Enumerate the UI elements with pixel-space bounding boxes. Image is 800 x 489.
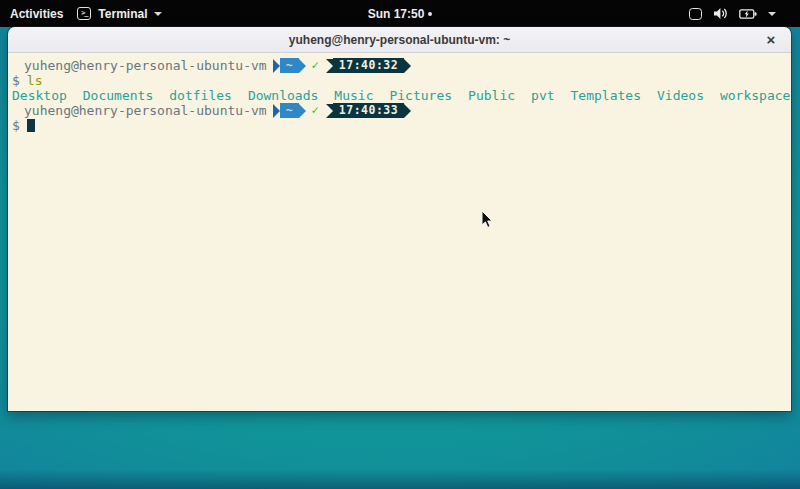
directory-name: Desktop bbox=[12, 88, 67, 103]
directory-name: Templates bbox=[571, 88, 641, 103]
clock-label: Sun 17:50 bbox=[368, 7, 425, 21]
chevron-down-icon bbox=[768, 12, 776, 16]
powerline-arrow-icon bbox=[326, 104, 333, 118]
status-check-icon: ✓ bbox=[312, 58, 319, 73]
activities-button[interactable]: Activities bbox=[10, 7, 63, 21]
time-segment: 17:40:32 bbox=[333, 58, 404, 73]
app-menu-label: Terminal bbox=[98, 7, 147, 21]
time-segment: 17:40:33 bbox=[333, 103, 404, 118]
command-line: $ls bbox=[10, 73, 789, 88]
system-status-area[interactable] bbox=[689, 7, 800, 20]
display-icon bbox=[689, 8, 702, 20]
cwd-segment: ~ bbox=[280, 58, 299, 73]
title-bar[interactable]: yuheng@henry-personal-ubuntu-vm: ~ × bbox=[8, 27, 791, 53]
mouse-cursor bbox=[481, 210, 494, 229]
ls-output-line: DesktopDocumentsdotfilesDownloadsMusicPi… bbox=[10, 88, 789, 103]
prompt-symbol: $ bbox=[12, 118, 20, 133]
terminal-content[interactable]: yuheng@henry-personal-ubuntu-vm ~ ✓ 17:4… bbox=[8, 53, 791, 411]
status-check-icon: ✓ bbox=[312, 103, 319, 118]
directory-name: dotfiles bbox=[169, 88, 232, 103]
powerline-arrow-icon bbox=[273, 59, 280, 73]
command-line-active[interactable]: $ bbox=[10, 118, 789, 133]
app-menu-button[interactable]: >_ Terminal bbox=[77, 7, 162, 21]
powerline-arrow-icon bbox=[404, 104, 411, 118]
directory-name: Pictures bbox=[389, 88, 452, 103]
directory-name: Music bbox=[334, 88, 373, 103]
battery-charging-icon bbox=[739, 8, 757, 20]
directory-name: pvt bbox=[531, 88, 554, 103]
user-host-label: yuheng@henry-personal-ubuntu-vm bbox=[24, 103, 267, 118]
directory-name: Downloads bbox=[248, 88, 318, 103]
notification-dot-icon bbox=[428, 12, 432, 16]
window-title: yuheng@henry-personal-ubuntu-vm: ~ bbox=[289, 33, 510, 47]
top-bar-left: Activities >_ Terminal bbox=[0, 7, 689, 21]
user-host-label: yuheng@henry-personal-ubuntu-vm bbox=[24, 58, 267, 73]
terminal-icon: >_ bbox=[77, 7, 91, 20]
prompt-line: yuheng@henry-personal-ubuntu-vm ~ ✓ 17:4… bbox=[10, 58, 789, 73]
directory-name: workspace bbox=[720, 88, 790, 103]
desktop: Activities >_ Terminal Sun 17:50 bbox=[0, 0, 800, 489]
powerline-arrow-icon bbox=[273, 104, 280, 118]
directory-name: Videos bbox=[657, 88, 704, 103]
text-cursor bbox=[27, 119, 35, 132]
powerline-arrow-icon bbox=[299, 104, 306, 118]
volume-icon bbox=[713, 7, 728, 20]
clock-button[interactable]: Sun 17:50 bbox=[368, 7, 433, 21]
directory-name: Documents bbox=[83, 88, 153, 103]
terminal-window: yuheng@henry-personal-ubuntu-vm: ~ × yuh… bbox=[8, 27, 791, 411]
powerline-arrow-icon bbox=[299, 59, 306, 73]
directory-name: Public bbox=[468, 88, 515, 103]
command-text: ls bbox=[27, 73, 43, 88]
cwd-segment: ~ bbox=[280, 103, 299, 118]
prompt-symbol: $ bbox=[12, 73, 20, 88]
powerline-arrow-icon bbox=[404, 59, 411, 73]
chevron-down-icon bbox=[154, 12, 162, 16]
top-bar: Activities >_ Terminal Sun 17:50 bbox=[0, 0, 800, 27]
powerline-arrow-icon bbox=[326, 59, 333, 73]
prompt-line: yuheng@henry-personal-ubuntu-vm ~ ✓ 17:4… bbox=[10, 103, 789, 118]
close-button[interactable]: × bbox=[759, 28, 783, 52]
